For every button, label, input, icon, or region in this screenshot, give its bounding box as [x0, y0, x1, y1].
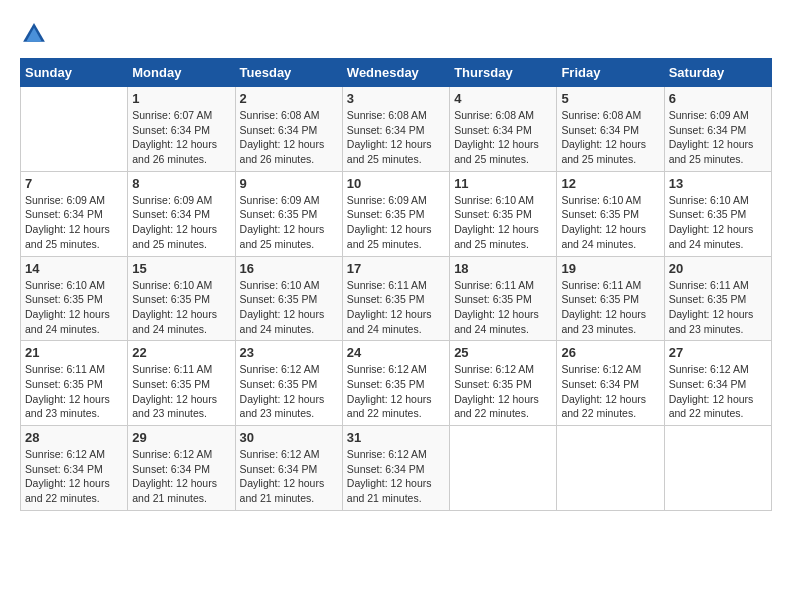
day-info: Sunrise: 6:11 AMSunset: 6:35 PMDaylight:… — [132, 362, 230, 421]
day-number: 10 — [347, 176, 445, 191]
calendar-cell: 24Sunrise: 6:12 AMSunset: 6:35 PMDayligh… — [342, 341, 449, 426]
calendar-cell: 30Sunrise: 6:12 AMSunset: 6:34 PMDayligh… — [235, 426, 342, 511]
day-number: 21 — [25, 345, 123, 360]
calendar-cell: 19Sunrise: 6:11 AMSunset: 6:35 PMDayligh… — [557, 256, 664, 341]
calendar-table: Sunday Monday Tuesday Wednesday Thursday… — [20, 58, 772, 511]
calendar-body: 1Sunrise: 6:07 AMSunset: 6:34 PMDaylight… — [21, 87, 772, 511]
header-saturday: Saturday — [664, 59, 771, 87]
day-number: 16 — [240, 261, 338, 276]
day-info: Sunrise: 6:08 AMSunset: 6:34 PMDaylight:… — [561, 108, 659, 167]
calendar-cell: 23Sunrise: 6:12 AMSunset: 6:35 PMDayligh… — [235, 341, 342, 426]
day-number: 3 — [347, 91, 445, 106]
calendar-cell: 20Sunrise: 6:11 AMSunset: 6:35 PMDayligh… — [664, 256, 771, 341]
day-info: Sunrise: 6:12 AMSunset: 6:34 PMDaylight:… — [132, 447, 230, 506]
calendar-cell: 1Sunrise: 6:07 AMSunset: 6:34 PMDaylight… — [128, 87, 235, 172]
day-info: Sunrise: 6:12 AMSunset: 6:34 PMDaylight:… — [347, 447, 445, 506]
calendar-cell: 11Sunrise: 6:10 AMSunset: 6:35 PMDayligh… — [450, 171, 557, 256]
day-info: Sunrise: 6:08 AMSunset: 6:34 PMDaylight:… — [454, 108, 552, 167]
day-info: Sunrise: 6:12 AMSunset: 6:34 PMDaylight:… — [25, 447, 123, 506]
day-number: 15 — [132, 261, 230, 276]
day-info: Sunrise: 6:12 AMSunset: 6:35 PMDaylight:… — [347, 362, 445, 421]
day-info: Sunrise: 6:11 AMSunset: 6:35 PMDaylight:… — [669, 278, 767, 337]
calendar-cell: 13Sunrise: 6:10 AMSunset: 6:35 PMDayligh… — [664, 171, 771, 256]
calendar-cell: 26Sunrise: 6:12 AMSunset: 6:34 PMDayligh… — [557, 341, 664, 426]
day-number: 23 — [240, 345, 338, 360]
day-info: Sunrise: 6:10 AMSunset: 6:35 PMDaylight:… — [669, 193, 767, 252]
calendar-cell: 4Sunrise: 6:08 AMSunset: 6:34 PMDaylight… — [450, 87, 557, 172]
calendar-cell — [21, 87, 128, 172]
calendar-cell — [664, 426, 771, 511]
calendar-cell: 14Sunrise: 6:10 AMSunset: 6:35 PMDayligh… — [21, 256, 128, 341]
header-wednesday: Wednesday — [342, 59, 449, 87]
logo — [20, 20, 52, 48]
day-number: 9 — [240, 176, 338, 191]
day-info: Sunrise: 6:09 AMSunset: 6:34 PMDaylight:… — [25, 193, 123, 252]
calendar-week-row: 28Sunrise: 6:12 AMSunset: 6:34 PMDayligh… — [21, 426, 772, 511]
calendar-cell: 29Sunrise: 6:12 AMSunset: 6:34 PMDayligh… — [128, 426, 235, 511]
calendar-cell — [450, 426, 557, 511]
calendar-cell: 16Sunrise: 6:10 AMSunset: 6:35 PMDayligh… — [235, 256, 342, 341]
day-number: 11 — [454, 176, 552, 191]
calendar-cell: 31Sunrise: 6:12 AMSunset: 6:34 PMDayligh… — [342, 426, 449, 511]
day-info: Sunrise: 6:10 AMSunset: 6:35 PMDaylight:… — [454, 193, 552, 252]
day-number: 20 — [669, 261, 767, 276]
day-info: Sunrise: 6:10 AMSunset: 6:35 PMDaylight:… — [25, 278, 123, 337]
day-number: 22 — [132, 345, 230, 360]
calendar-cell: 17Sunrise: 6:11 AMSunset: 6:35 PMDayligh… — [342, 256, 449, 341]
day-info: Sunrise: 6:10 AMSunset: 6:35 PMDaylight:… — [132, 278, 230, 337]
day-info: Sunrise: 6:12 AMSunset: 6:35 PMDaylight:… — [240, 362, 338, 421]
calendar-cell: 28Sunrise: 6:12 AMSunset: 6:34 PMDayligh… — [21, 426, 128, 511]
calendar-cell: 10Sunrise: 6:09 AMSunset: 6:35 PMDayligh… — [342, 171, 449, 256]
day-info: Sunrise: 6:09 AMSunset: 6:35 PMDaylight:… — [240, 193, 338, 252]
header-row: Sunday Monday Tuesday Wednesday Thursday… — [21, 59, 772, 87]
day-info: Sunrise: 6:09 AMSunset: 6:34 PMDaylight:… — [669, 108, 767, 167]
day-number: 19 — [561, 261, 659, 276]
calendar-cell: 5Sunrise: 6:08 AMSunset: 6:34 PMDaylight… — [557, 87, 664, 172]
calendar-header: Sunday Monday Tuesday Wednesday Thursday… — [21, 59, 772, 87]
logo-icon — [20, 20, 48, 48]
day-number: 5 — [561, 91, 659, 106]
day-info: Sunrise: 6:07 AMSunset: 6:34 PMDaylight:… — [132, 108, 230, 167]
calendar-week-row: 7Sunrise: 6:09 AMSunset: 6:34 PMDaylight… — [21, 171, 772, 256]
calendar-cell: 3Sunrise: 6:08 AMSunset: 6:34 PMDaylight… — [342, 87, 449, 172]
day-number: 2 — [240, 91, 338, 106]
day-info: Sunrise: 6:10 AMSunset: 6:35 PMDaylight:… — [240, 278, 338, 337]
day-info: Sunrise: 6:09 AMSunset: 6:35 PMDaylight:… — [347, 193, 445, 252]
calendar-week-row: 1Sunrise: 6:07 AMSunset: 6:34 PMDaylight… — [21, 87, 772, 172]
calendar-cell: 18Sunrise: 6:11 AMSunset: 6:35 PMDayligh… — [450, 256, 557, 341]
day-info: Sunrise: 6:10 AMSunset: 6:35 PMDaylight:… — [561, 193, 659, 252]
calendar-cell: 6Sunrise: 6:09 AMSunset: 6:34 PMDaylight… — [664, 87, 771, 172]
day-info: Sunrise: 6:11 AMSunset: 6:35 PMDaylight:… — [454, 278, 552, 337]
day-number: 24 — [347, 345, 445, 360]
calendar-cell: 27Sunrise: 6:12 AMSunset: 6:34 PMDayligh… — [664, 341, 771, 426]
calendar-cell: 25Sunrise: 6:12 AMSunset: 6:35 PMDayligh… — [450, 341, 557, 426]
day-info: Sunrise: 6:08 AMSunset: 6:34 PMDaylight:… — [347, 108, 445, 167]
calendar-cell — [557, 426, 664, 511]
day-number: 6 — [669, 91, 767, 106]
day-number: 30 — [240, 430, 338, 445]
calendar-week-row: 21Sunrise: 6:11 AMSunset: 6:35 PMDayligh… — [21, 341, 772, 426]
day-info: Sunrise: 6:12 AMSunset: 6:34 PMDaylight:… — [669, 362, 767, 421]
day-info: Sunrise: 6:12 AMSunset: 6:35 PMDaylight:… — [454, 362, 552, 421]
header — [20, 20, 772, 48]
day-number: 12 — [561, 176, 659, 191]
day-info: Sunrise: 6:11 AMSunset: 6:35 PMDaylight:… — [561, 278, 659, 337]
calendar-cell: 12Sunrise: 6:10 AMSunset: 6:35 PMDayligh… — [557, 171, 664, 256]
header-sunday: Sunday — [21, 59, 128, 87]
day-number: 31 — [347, 430, 445, 445]
day-number: 14 — [25, 261, 123, 276]
day-number: 18 — [454, 261, 552, 276]
header-tuesday: Tuesday — [235, 59, 342, 87]
calendar-cell: 9Sunrise: 6:09 AMSunset: 6:35 PMDaylight… — [235, 171, 342, 256]
day-number: 7 — [25, 176, 123, 191]
header-thursday: Thursday — [450, 59, 557, 87]
day-number: 1 — [132, 91, 230, 106]
day-number: 8 — [132, 176, 230, 191]
header-monday: Monday — [128, 59, 235, 87]
day-number: 25 — [454, 345, 552, 360]
day-info: Sunrise: 6:11 AMSunset: 6:35 PMDaylight:… — [347, 278, 445, 337]
day-number: 29 — [132, 430, 230, 445]
calendar-cell: 21Sunrise: 6:11 AMSunset: 6:35 PMDayligh… — [21, 341, 128, 426]
day-number: 26 — [561, 345, 659, 360]
day-info: Sunrise: 6:12 AMSunset: 6:34 PMDaylight:… — [561, 362, 659, 421]
